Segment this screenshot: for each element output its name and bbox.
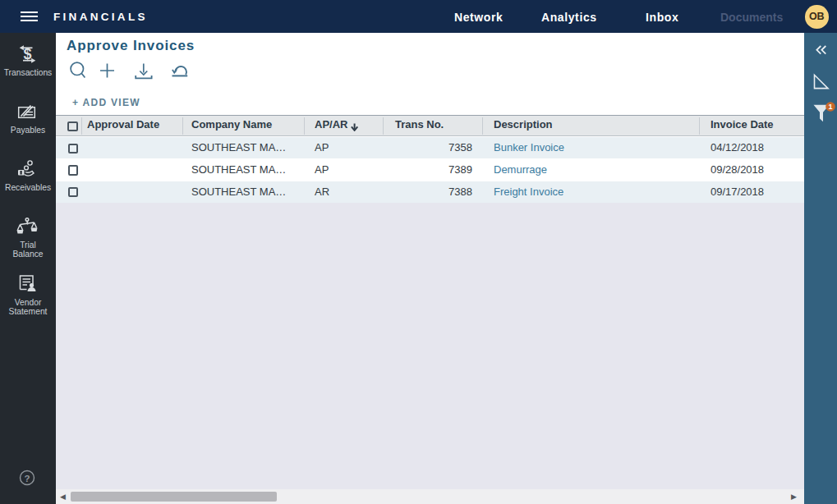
svg-text:1: 1	[828, 103, 832, 111]
svg-text:?: ?	[24, 474, 30, 483]
